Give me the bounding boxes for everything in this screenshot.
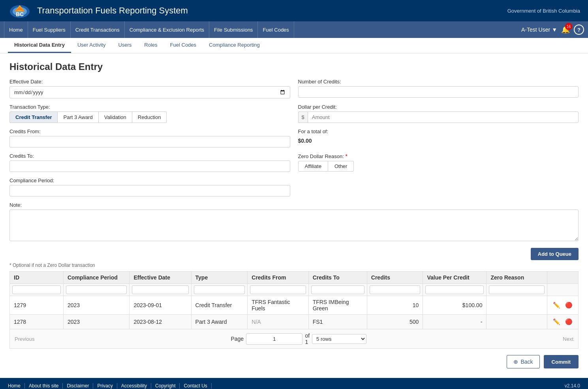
trans-reduction[interactable]: Reduction [132,111,167,123]
cell-id: 1278 [10,315,64,329]
delete-row-button[interactable]: 🔴 [564,301,574,310]
sub-tabs: Historical Data Entry User Activity User… [0,38,588,53]
header-left: BC Transportation Fuels Reporting System [8,2,188,19]
credits-from-select[interactable] [9,136,290,147]
col-value-per-credit: Value Per Credit [423,272,487,284]
cell-id: 1279 [10,296,64,315]
footer-contact[interactable]: Contact Us [180,383,211,389]
footer-disclaimer[interactable]: Disclaimer [63,383,93,389]
nav-credit-transactions[interactable]: Credit Transactions [71,21,125,38]
cell-type: Part 3 Award [191,315,248,329]
nav-compliance-reports[interactable]: Compliance & Exclusion Reports [125,21,209,38]
col-zero-reason: Zero Reason [487,272,547,284]
filter-date-input[interactable] [132,285,188,294]
filter-credits-input[interactable] [370,285,421,294]
zero-reason-group: Affiliate Other [298,161,579,172]
footer-home[interactable]: Home [8,383,25,389]
nav-fuel-suppliers[interactable]: Fuel Suppliers [28,21,71,38]
table-header-row: ID Compliance Period Effective Date Type… [10,272,579,284]
page-number-input[interactable] [246,333,302,345]
filter-value [423,284,487,296]
filter-type [191,284,248,296]
rows-per-page-select[interactable]: 5 rows 10 rows 25 rows [312,334,366,344]
credits-from-label: Credits From: [9,128,290,134]
page-info: Page of 1 5 rows 10 rows 25 rows [231,332,366,345]
trans-credit-transfer[interactable]: Credit Transfer [9,111,58,123]
cell-value-per-credit: $100.00 [423,296,487,315]
back-button[interactable]: ⊕ Back [507,355,539,368]
bc-logo: BC [8,2,32,19]
cell-compliance-period: 2023 [63,315,129,329]
dollar-sign: $ [298,111,308,123]
cell-credits: 500 [367,315,423,329]
compliance-period-select[interactable] [9,185,290,196]
col-credits: Credits [367,272,423,284]
trans-part3-award[interactable]: Part 3 Award [58,111,98,123]
zero-reason-affiliate[interactable]: Affiliate [298,161,328,172]
help-button[interactable]: ? [574,25,584,35]
footer-privacy[interactable]: Privacy [93,383,117,389]
footer-links: Home About this site Disclaimer Privacy … [8,383,212,389]
optional-note: * Optional if not a Zero Dollar transact… [9,262,579,268]
credits-to-select[interactable] [9,161,290,172]
col-actions [547,272,579,284]
footer-copyright[interactable]: Copyright [151,383,180,389]
notifications-button[interactable]: 🔔 16 [561,25,570,34]
back-label: Back [520,359,533,365]
tab-user-activity[interactable]: User Activity [71,38,112,53]
amount-input[interactable] [308,111,579,123]
nav-file-submissions[interactable]: File Submissions [209,21,258,38]
filter-zero-input[interactable] [489,285,545,294]
note-textarea[interactable] [9,210,579,241]
form-row-4: Credits To: Zero Dollar Reason: * Affili… [9,153,579,172]
num-credits-input[interactable] [298,86,579,98]
nav-fuel-codes[interactable]: Fuel Codes [258,21,294,38]
tab-historical-data-entry[interactable]: Historical Data Entry [8,38,71,53]
filter-actions-empty [547,284,579,296]
add-to-queue-button[interactable]: Add to Queue [531,248,579,260]
delete-row-button[interactable]: 🔴 [564,317,574,326]
next-button[interactable]: Next [563,336,573,342]
effective-date-input[interactable] [9,86,290,98]
page-title: Historical Data Entry [9,61,579,72]
tab-roles[interactable]: Roles [138,38,163,53]
user-name: A-Test User [521,26,550,33]
filter-value-input[interactable] [425,285,484,294]
cell-effective-date: 2023-09-01 [130,296,191,315]
filter-type-input[interactable] [194,285,245,294]
cell-value-per-credit: - [423,315,487,329]
footer-about[interactable]: About this site [25,383,63,389]
col-type: Type [191,272,248,284]
tab-fuel-codes[interactable]: Fuel Codes [164,38,203,53]
nav-home[interactable]: Home [4,21,28,38]
form-row-5: Compliance Period: [9,178,579,196]
prev-button[interactable]: Previous [15,336,35,342]
tab-users[interactable]: Users [112,38,138,53]
filter-compliance-input[interactable] [66,285,127,294]
credits-to-label: Credits To: [9,153,290,159]
filter-id-input[interactable] [12,285,61,294]
filter-credits-from-input[interactable] [250,285,306,294]
col-effective-date: Effective Date [130,272,191,284]
credits-to-wrap [9,161,290,172]
edit-row-button[interactable]: ✏️ [551,317,562,326]
tab-compliance-reporting[interactable]: Compliance Reporting [203,38,266,53]
trans-validation[interactable]: Validation [99,111,132,123]
plus-circle-icon: ⊕ [513,359,518,365]
cell-credits-to: FS1 [308,315,367,329]
table-body: 1279 2023 2023-09-01 Credit Transfer TFR… [10,296,579,329]
user-menu[interactable]: A-Test User ▼ [521,26,557,33]
num-credits-col: Number of Credits: [298,79,579,98]
effective-date-col: Effective Date: [9,79,290,98]
commit-button[interactable]: Commit [544,355,579,368]
credits-to-col: Credits To: [9,153,290,172]
zero-reason-other[interactable]: Other [328,161,354,172]
nav-bar: Home Fuel Suppliers Credit Transactions … [0,21,588,38]
top-header: BC Transportation Fuels Reporting System… [0,0,588,21]
filter-credits-to-input[interactable] [311,285,364,294]
dollar-credit-label: Dollar per Credit: [298,104,579,110]
edit-row-button[interactable]: ✏️ [551,301,562,310]
note-col: Note: [9,202,579,242]
dollar-credit-col: Dollar per Credit: $ [298,104,579,123]
footer-accessibility[interactable]: Accessibility [117,383,151,389]
